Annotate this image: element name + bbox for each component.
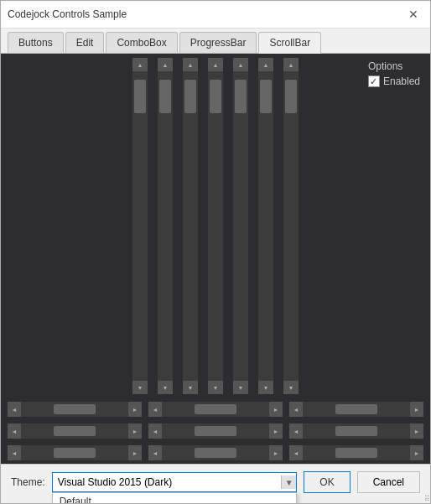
scroll-down-arrow-2[interactable]: ▼: [158, 381, 173, 394]
scroll-thumb-v-1[interactable]: [134, 80, 146, 113]
scroll-up-arrow-4[interactable]: ▲: [208, 58, 223, 71]
hscroll-thumb-2-2[interactable]: [195, 426, 236, 436]
scroll-left-arrow-3-1[interactable]: ◄: [8, 445, 21, 460]
hscroll-thumb-2-3[interactable]: [335, 426, 377, 436]
ok-button[interactable]: OK: [304, 471, 350, 493]
hscroll-track-1-1: [21, 402, 128, 417]
hscrollbar-2-1[interactable]: ◄ ►: [8, 423, 142, 439]
vertical-scrollbars: ▲ ▼ ▲ ▼ ▲: [1, 54, 430, 398]
theme-label: Theme:: [11, 476, 45, 488]
scroll-up-arrow-7[interactable]: ▲: [283, 58, 299, 71]
scroll-thumb-v-2[interactable]: [159, 80, 171, 113]
scroll-up-arrow-5[interactable]: ▲: [233, 58, 248, 71]
hscroll-track-1-3: [303, 402, 410, 417]
hscroll-track-3-2: [162, 445, 269, 460]
scroll-right-arrow-3-2[interactable]: ►: [269, 445, 283, 460]
enabled-checkbox[interactable]: ✓: [368, 75, 380, 87]
scroll-left-arrow-1-3[interactable]: ◄: [289, 402, 303, 417]
scroll-left-arrow-2-1[interactable]: ◄: [8, 423, 21, 439]
scroll-up-arrow-2[interactable]: ▲: [158, 58, 173, 71]
scroll-down-arrow-5[interactable]: ▼: [233, 381, 248, 394]
scroll-track-1: [132, 71, 148, 381]
hscroll-thumb-1-3[interactable]: [335, 404, 377, 414]
vscrollbar-2[interactable]: ▲ ▼: [158, 58, 173, 394]
scroll-right-arrow-1-2[interactable]: ►: [269, 402, 283, 417]
hscrollbar-1-3[interactable]: ◄ ►: [289, 402, 423, 417]
scroll-up-arrow-6[interactable]: ▲: [258, 58, 273, 71]
scroll-right-arrow-3-1[interactable]: ►: [128, 445, 142, 460]
scroll-down-arrow-3[interactable]: ▼: [183, 381, 198, 394]
scroll-left-arrow-3-3[interactable]: ◄: [289, 445, 303, 460]
scroll-left-arrow-1-1[interactable]: ◄: [8, 402, 21, 417]
tab-buttons[interactable]: Buttons: [8, 32, 64, 53]
scroll-thumb-v-6[interactable]: [260, 80, 272, 113]
tab-scrollbar[interactable]: ScrollBar: [258, 32, 321, 54]
hscroll-thumb-3-1[interactable]: [54, 448, 96, 458]
hscrollbar-3-3[interactable]: ◄ ►: [289, 445, 423, 460]
scroll-up-arrow-1[interactable]: ▲: [132, 58, 148, 71]
scroll-right-arrow-2-1[interactable]: ►: [128, 423, 142, 439]
window-title: Codejock Controls Sample: [8, 8, 127, 20]
enabled-label: Enabled: [383, 75, 420, 87]
hscroll-thumb-1-2[interactable]: [195, 404, 236, 414]
hscroll-track-2-2: [162, 423, 269, 439]
hscrollbar-3-2[interactable]: ◄ ►: [148, 445, 283, 460]
hscroll-row-3: ◄ ► ◄ ► ◄: [1, 442, 430, 464]
tab-combobox[interactable]: ComboBox: [106, 32, 177, 53]
vscrollbar-4[interactable]: ▲ ▼: [208, 58, 223, 394]
scroll-thumb-v-7[interactable]: [285, 80, 297, 113]
scroll-right-arrow-2-2[interactable]: ►: [269, 423, 283, 439]
vscrollbar-5[interactable]: ▲ ▼: [233, 58, 248, 394]
hscrollbar-2-3[interactable]: ◄ ►: [289, 423, 423, 439]
vscrollbar-1[interactable]: ▲ ▼: [132, 58, 148, 394]
tab-progressbar[interactable]: ProgressBar: [179, 32, 257, 53]
scroll-right-arrow-2-3[interactable]: ►: [410, 423, 423, 439]
vscrollbar-7[interactable]: ▲ ▼: [283, 58, 299, 394]
main-window: Codejock Controls Sample ✕ Buttons Edit …: [0, 0, 431, 504]
scroll-thumb-v-4[interactable]: [210, 80, 221, 113]
theme-row: Theme: Visual Studio 2015 (Dark) ▼ Defau…: [11, 471, 420, 493]
scroll-left-arrow-3-2[interactable]: ◄: [148, 445, 162, 460]
theme-item-default[interactable]: Default: [53, 493, 297, 503]
hscrollbar-3-1[interactable]: ◄ ►: [8, 445, 142, 460]
close-button[interactable]: ✕: [403, 6, 423, 23]
scroll-left-arrow-2-3[interactable]: ◄: [289, 423, 303, 439]
options-checkbox: ✓ Enabled: [368, 75, 420, 87]
scroll-down-arrow-1[interactable]: ▼: [132, 381, 148, 394]
resize-handle[interactable]: ⠿: [420, 493, 430, 503]
hscroll-row-2: ◄ ► ◄ ► ◄: [1, 420, 430, 442]
scroll-down-arrow-4[interactable]: ▼: [208, 381, 223, 394]
hscroll-row-1: ◄ ► ◄ ► ◄: [1, 398, 430, 420]
scroll-track-6: [258, 71, 273, 381]
scroll-thumb-v-5[interactable]: [235, 80, 247, 113]
scroll-left-arrow-1-2[interactable]: ◄: [148, 402, 162, 417]
hscroll-track-1-2: [162, 402, 269, 417]
hscrollbar-2-2[interactable]: ◄ ►: [148, 423, 283, 439]
vscrollbar-6[interactable]: ▲ ▼: [258, 58, 273, 394]
hscroll-thumb-3-2[interactable]: [195, 448, 236, 458]
vscrollbar-3[interactable]: ▲ ▼: [183, 58, 198, 394]
hscroll-track-2-1: [21, 423, 128, 439]
scroll-right-arrow-1-1[interactable]: ►: [128, 402, 142, 417]
dropdown-arrow-icon: ▼: [281, 475, 296, 489]
scroll-up-arrow-3[interactable]: ▲: [183, 58, 198, 71]
hscroll-track-2-3: [303, 423, 410, 439]
scroll-down-arrow-7[interactable]: ▼: [283, 381, 299, 394]
theme-select[interactable]: Visual Studio 2015 (Dark) ▼: [52, 472, 298, 492]
scroll-right-arrow-1-3[interactable]: ►: [410, 402, 423, 417]
cancel-button[interactable]: Cancel: [357, 471, 420, 493]
hscroll-thumb-3-3[interactable]: [335, 448, 377, 458]
options-title: Options: [368, 60, 420, 72]
scroll-track-7: [283, 71, 299, 381]
scroll-left-arrow-2-2[interactable]: ◄: [148, 423, 162, 439]
hscrollbar-1-2[interactable]: ◄ ►: [148, 402, 283, 417]
scroll-down-arrow-6[interactable]: ▼: [258, 381, 273, 394]
tab-edit[interactable]: Edit: [65, 32, 105, 53]
hscrollbar-1-1[interactable]: ◄ ►: [8, 402, 142, 417]
scroll-thumb-v-3[interactable]: [184, 80, 196, 113]
scroll-track-5: [233, 71, 248, 381]
scroll-right-arrow-3-3[interactable]: ►: [410, 445, 423, 460]
hscroll-track-3-1: [21, 445, 128, 460]
hscroll-thumb-1-1[interactable]: [54, 404, 96, 414]
hscroll-thumb-2-1[interactable]: [54, 426, 96, 436]
